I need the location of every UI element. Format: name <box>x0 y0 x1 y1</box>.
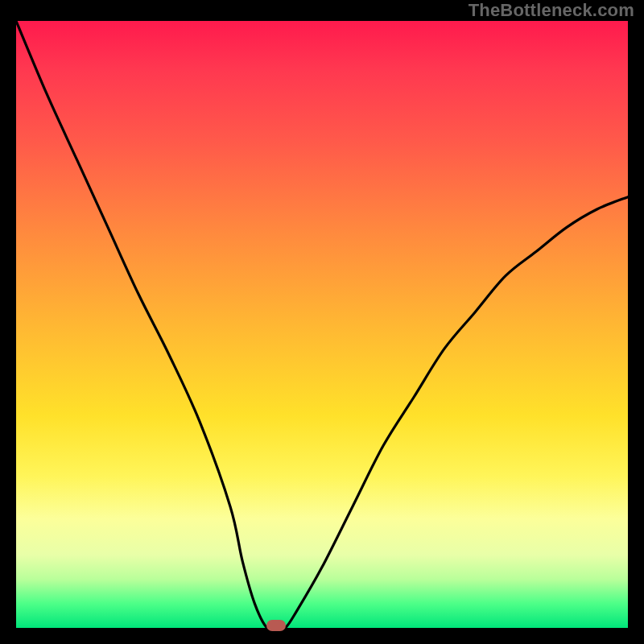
attribution-text: TheBottleneck.com <box>469 0 634 21</box>
optimal-point-marker <box>266 620 286 631</box>
plot-area <box>16 21 628 628</box>
chart-frame: TheBottleneck.com <box>0 0 644 644</box>
bottleneck-curve <box>16 21 628 628</box>
